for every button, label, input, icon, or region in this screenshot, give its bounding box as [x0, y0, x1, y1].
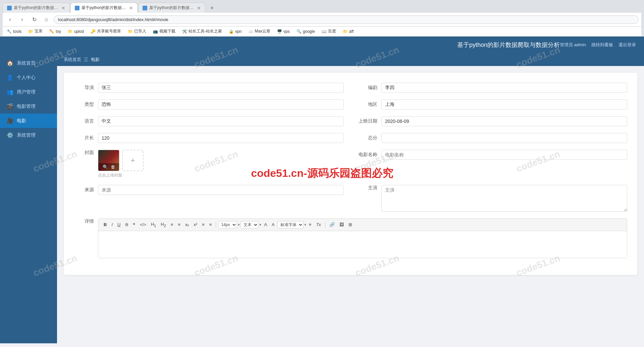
text-type-arrow: ▾ — [259, 222, 261, 227]
address-input[interactable] — [54, 15, 639, 24]
h1-button[interactable]: H1 — [149, 221, 158, 229]
bookmark-tools[interactable]: 🔧 tools — [5, 28, 23, 34]
forward-button[interactable]: › — [17, 15, 27, 24]
bookmark-video-label: 视频下载 — [159, 28, 175, 34]
type-group: 类型 — [74, 99, 344, 110]
release-group: 上映日期 — [357, 116, 627, 126]
bookmark-video[interactable]: 📺 视频下载 — [152, 28, 177, 35]
align-left-button[interactable]: ≡ — [200, 221, 207, 228]
bold-button[interactable]: B — [102, 221, 109, 228]
director-input[interactable] — [98, 83, 344, 93]
profile-icon: 👤 — [7, 74, 13, 81]
home-button[interactable]: ⌂ — [42, 15, 51, 24]
webmaster-icon: 🛠️ — [182, 29, 187, 34]
aff-icon: 📁 — [343, 29, 348, 34]
cover-view-btn[interactable]: 🔍 — [103, 164, 108, 169]
tab-close-2[interactable]: ✕ — [129, 5, 133, 11]
bookmark-baoku[interactable]: 📁 宝库 — [27, 28, 44, 35]
editor-body[interactable] — [98, 231, 627, 258]
sup-button[interactable]: x² — [192, 221, 199, 228]
bookmark-webmaster-label: 站长工具-站长之家 — [189, 28, 222, 34]
tab-favicon-1 — [7, 6, 12, 10]
bookmark-vpn-label: vpn — [235, 29, 241, 34]
browser-tab-2[interactable]: 基于python的影片数据爬取与... ✕ — [70, 3, 138, 13]
ol-button[interactable]: ≡ — [169, 221, 175, 228]
quote-button[interactable]: ❝ — [131, 221, 137, 228]
new-tab-button[interactable]: + — [207, 3, 217, 13]
bookmark-txy-label: txy — [56, 29, 61, 34]
region-label: 地区 — [357, 101, 377, 108]
underline-button[interactable]: U — [115, 221, 122, 228]
tab-favicon-2 — [75, 6, 79, 10]
font-family-select[interactable]: 标准字体 — [277, 221, 304, 228]
sidebar-item-movie[interactable]: 🎥 电影 — [0, 114, 57, 128]
sidebar-item-movie-mgmt[interactable]: 🎬 电影管理 — [0, 99, 57, 114]
cover-images: 🔍 🗑 + — [98, 150, 144, 171]
cover-delete-btn[interactable]: 🗑 — [111, 164, 115, 169]
tab-close-1[interactable]: ✕ — [61, 5, 65, 11]
lead-actor-group: 主演 — [357, 185, 627, 212]
insert-link-button[interactable]: 🔗 — [327, 221, 337, 228]
cover-add-button[interactable]: + — [122, 150, 144, 171]
form-row-2: 类型 地区 — [74, 99, 627, 110]
strikethrough-button[interactable]: S — [123, 221, 130, 228]
jump-board-link[interactable]: 跳转到看板 — [591, 42, 613, 48]
italic-button[interactable]: I — [109, 221, 115, 228]
font-bg-button[interactable]: A — [270, 221, 277, 228]
app-header: 基于python的影片数据爬取与数据分析 管理员 admin 跳转到看板 退出登… — [0, 37, 644, 53]
type-input[interactable] — [98, 99, 344, 110]
bookmark-imported[interactable]: 📁 已导入 — [126, 28, 148, 35]
bookmark-google-label: google — [303, 29, 315, 34]
bookmark-vps[interactable]: 🖥️ vps — [276, 28, 291, 34]
bookmark-google[interactable]: 🔍 google — [295, 28, 316, 34]
score-input[interactable] — [381, 133, 627, 143]
cover-group: 封面 🔍 🗑 + 点击上传 — [74, 150, 344, 178]
sub-button[interactable]: x₂ — [183, 221, 191, 228]
bookmark-imported-label: 已导入 — [134, 28, 146, 34]
tab-close-3[interactable]: ✕ — [197, 5, 201, 11]
font-size-arrow: ▾ — [238, 222, 240, 227]
sidebar-item-system[interactable]: ⚙️ 系统管理 — [0, 128, 57, 142]
source-input[interactable] — [98, 185, 344, 195]
duration-input[interactable] — [98, 133, 344, 143]
bookmark-shared-passwords[interactable]: 🔑 共享账号密库 — [89, 28, 122, 35]
sidebar-item-user[interactable]: 👥 用户管理 — [0, 85, 57, 99]
bookmark-vpn[interactable]: 🔒 vpn — [227, 28, 243, 34]
breadcrumb-home[interactable]: 系统首页 — [64, 57, 81, 63]
code-button[interactable]: </> — [138, 221, 148, 228]
h2-button[interactable]: H2 — [159, 221, 168, 229]
sidebar-label-system: 系统管理 — [17, 132, 36, 138]
sidebar-item-home[interactable]: 🏠 系统首页 — [0, 56, 57, 70]
browser-tab-3[interactable]: 基于python的影片数据爬取与... ✕ — [138, 3, 205, 13]
region-input[interactable] — [381, 99, 627, 110]
logout-link[interactable]: 退出登录 — [619, 42, 636, 48]
back-button[interactable]: ‹ — [5, 15, 15, 24]
cover-thumb-actions: 🔍 🗑 — [98, 163, 119, 171]
ul-button[interactable]: ≡ — [176, 221, 182, 228]
breadcrumb-bar: 系统首页 三 电影 — [57, 53, 644, 66]
reload-button[interactable]: ↻ — [30, 15, 39, 24]
bookmark-webmaster[interactable]: 🛠️ 站长工具-站长之家 — [181, 28, 223, 35]
insert-table-button[interactable]: ⊞ — [346, 221, 354, 228]
insert-image-button[interactable]: 🖼 — [337, 221, 346, 228]
bookmarks-bar: 🔧 tools 📁 宝库 ✏️ txy 📁 uplod 🔑 共享账号密库 📁 已… — [3, 26, 641, 37]
bookmark-maxcloud[interactable]: ☁️ Max云章 — [247, 28, 272, 35]
font-size-select[interactable]: 14px 12px 16px 18px — [218, 221, 237, 228]
align-center-button[interactable]: ≡ — [307, 221, 314, 228]
browser-tab-1[interactable]: 基于python的影片数据爬取与... ✕ — [3, 3, 70, 13]
text-type-select[interactable]: 文本 — [240, 221, 259, 228]
lead-actor-textarea[interactable] — [381, 185, 627, 212]
bookmark-txy[interactable]: ✏️ txy — [48, 28, 62, 34]
bookmark-aff[interactable]: 📁 aff — [341, 28, 355, 34]
language-input[interactable] — [98, 116, 344, 126]
release-input[interactable] — [381, 116, 627, 126]
bookmark-uplod[interactable]: 📁 uplod — [66, 28, 85, 34]
clear-format-button[interactable]: Tx — [314, 221, 323, 228]
sidebar-item-profile[interactable]: 👤 个人中心 — [0, 70, 57, 85]
font-color-button[interactable]: A — [262, 221, 269, 228]
content-area: 系统首页 三 电影 导演 编剧 — [57, 53, 644, 343]
bookmark-baidu[interactable]: 📖 百度 — [320, 28, 337, 35]
movie-name-input[interactable] — [381, 150, 627, 160]
editor-input[interactable] — [381, 83, 627, 93]
align-right-button[interactable]: ≡ — [207, 221, 214, 228]
